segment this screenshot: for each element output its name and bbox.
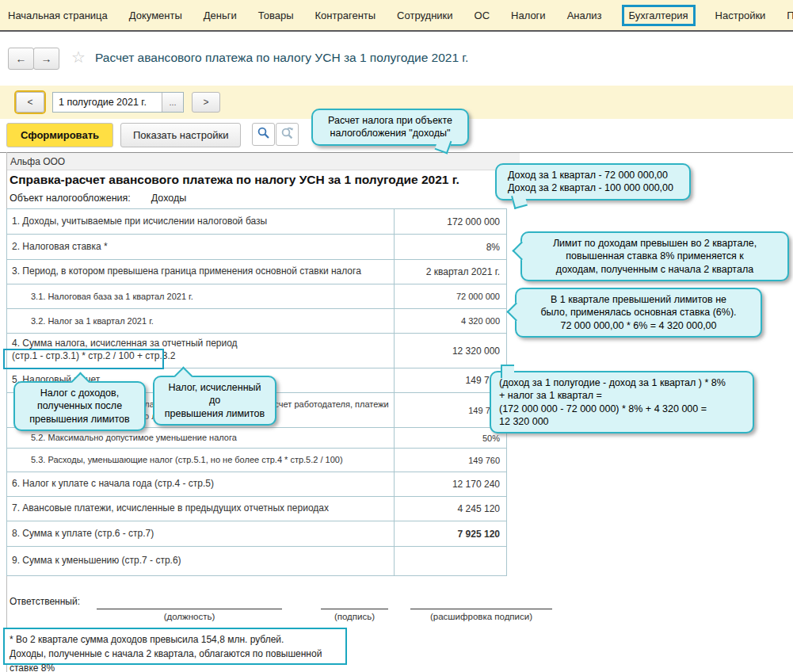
- callout-limit-exceeded: Лимит по доходам превышен во 2 квартале,…: [520, 231, 789, 281]
- taxation-object-line: Объект налогообложения:Доходы: [10, 193, 186, 204]
- callout-tail: [501, 365, 514, 378]
- row-label: 2. Налоговая ставка *: [7, 235, 395, 259]
- callout-income-quarters: Доход за 1 квартал - 72 000 000,00 Доход…: [495, 163, 691, 200]
- callout-calc-formula: (доход за 1 полугодие - доход за 1 кварт…: [490, 371, 754, 433]
- callout-tax-after-limits: Налог с доходов, полученных после превыш…: [13, 381, 146, 431]
- next-period-button[interactable]: >: [192, 92, 220, 113]
- forward-arrow-icon: →: [41, 52, 52, 65]
- responsible-label: Ответственный:: [10, 596, 80, 607]
- menu-item-counterparties[interactable]: Контрагенты: [315, 10, 376, 21]
- row-value: 50%: [395, 428, 506, 448]
- taxation-object-label: Объект налогообложения:: [10, 193, 131, 204]
- menu-item-money[interactable]: Деньги: [204, 10, 237, 21]
- signature-line-position: [97, 609, 282, 609]
- row-label: 6. Налог к уплате с начала года (стр.4 -…: [7, 472, 395, 496]
- menu-item-goods[interactable]: Товары: [258, 10, 294, 21]
- forward-button[interactable]: →: [33, 48, 59, 70]
- row-value: 8%: [395, 235, 506, 259]
- search-icon: [257, 126, 270, 143]
- table-row: 8. Сумма к уплате (стр.6 - стр.7) 7 925 …: [7, 521, 506, 547]
- main-menu: Начальная страница Документы Деньги Това…: [0, 0, 793, 32]
- row-value: 4 320 000: [395, 309, 506, 333]
- footnote-highlight-box: * Во 2 квартале сумма доходов превысила …: [3, 628, 347, 665]
- table-row: 3.2. Налог за 1 квартал 2021 г. 4 320 00…: [7, 309, 506, 334]
- table-row: 2. Налоговая ставка * 8%: [7, 235, 506, 260]
- search-next-button: [276, 123, 299, 146]
- favorite-star-icon[interactable]: ☆: [71, 48, 86, 67]
- signature-line-signature: [321, 609, 388, 609]
- row-label: 3.2. Налог за 1 квартал 2021 г.: [7, 309, 395, 333]
- table-row: 6. Налог к уплате с начала года (стр.4 -…: [7, 472, 506, 497]
- callout-tail: [512, 241, 531, 260]
- row-value: 172 000 000: [395, 209, 506, 234]
- callout-tail: [506, 302, 525, 321]
- taxation-object-value: Доходы: [151, 193, 186, 204]
- menu-item-os[interactable]: ОС: [475, 10, 490, 21]
- formula-highlight-box: [3, 349, 164, 369]
- signature-caption-signature: (подпись): [321, 612, 388, 621]
- row-label: 5.3. Расходы, уменьшающие налог (стр.5.1…: [7, 449, 395, 472]
- report-title: Справка-расчет авансового платежа по нал…: [10, 173, 459, 187]
- table-row: 3.1. Налоговая база за 1 квартал 2021 г.…: [7, 284, 506, 309]
- callout-text: Лимит по доходам превышен во 2 квартале,…: [530, 237, 780, 276]
- table-row: 9. Сумма к уменьшению (стр.7 - стр.6): [7, 547, 506, 576]
- table-row: 1. Доходы, учитываемые при исчислении на…: [7, 209, 506, 235]
- callout-text: Налог, исчисленный до превышения лимитов: [162, 381, 267, 420]
- menu-item-documents[interactable]: Документы: [129, 10, 182, 21]
- previous-period-button[interactable]: <: [16, 92, 44, 113]
- callout-text: Доход за 1 квартал - 72 000 000,00 Доход…: [508, 169, 681, 195]
- callout-object-hint: Расчет налога при объекте налогобложения…: [311, 109, 469, 146]
- row-label: 8. Сумма к уплате (стр.6 - стр.7): [7, 521, 395, 546]
- row-label: 9. Сумма к уменьшению (стр.7 - стр.6): [7, 547, 395, 575]
- row-value: 12 170 240: [395, 472, 506, 496]
- row-value: 4 245 120: [395, 497, 506, 521]
- row-value: 72 000 000: [395, 284, 506, 308]
- menu-item-analysis[interactable]: Анализ: [567, 10, 602, 21]
- callout-tax-before-limits: Налог, исчисленный до превышения лимитов: [153, 376, 276, 426]
- menu-item-help[interactable]: Помощь: [787, 10, 793, 21]
- page-title: Расчет авансового платежа по налогу УСН …: [95, 51, 468, 65]
- menu-item-accounting-highlighted[interactable]: Бухгалтерия: [622, 5, 696, 26]
- row-label: 1. Доходы, учитываемые при исчислении на…: [7, 209, 395, 234]
- menu-item-taxes[interactable]: Налоги: [511, 10, 546, 21]
- generate-button[interactable]: Сформировать: [6, 123, 113, 147]
- menu-item-employees[interactable]: Сотрудники: [397, 10, 452, 21]
- row-value: 12 320 000: [395, 334, 506, 368]
- callout-tail: [511, 193, 528, 209]
- search-button[interactable]: [252, 123, 275, 146]
- row-label: 3. Период, в котором превышена граница п…: [7, 260, 395, 284]
- period-value: 1 полугодие 2021 г.: [53, 97, 162, 108]
- table-row: 5.3. Расходы, уменьшающие налог (стр.5.1…: [7, 449, 506, 472]
- menu-item-home[interactable]: Начальная страница: [8, 10, 108, 21]
- period-picker-button[interactable]: ...: [162, 93, 183, 112]
- table-row: 5.2. Максимально допустимое уменьшение н…: [7, 428, 506, 449]
- callout-text: (доход за 1 полугодие - доход за 1 кварт…: [499, 376, 745, 428]
- row-value: 7 925 120: [395, 521, 506, 546]
- signature-caption-transcript: (расшифровка подписи): [410, 612, 552, 621]
- callout-q1-no-excess: В 1 квартале превышений лимитов не было,…: [515, 288, 762, 338]
- show-settings-button[interactable]: Показать настройки: [120, 123, 241, 147]
- back-button[interactable]: ←: [8, 48, 34, 70]
- callout-text: Налог с доходов, полученных после превыш…: [23, 387, 136, 426]
- row-value: [395, 547, 506, 575]
- table-row: 7. Авансовые платежи, исчисленные в пред…: [7, 497, 506, 521]
- back-arrow-icon: ←: [16, 52, 27, 65]
- search-next-icon: [280, 126, 294, 143]
- signature-line-transcript: [410, 609, 552, 609]
- row-label: 3.1. Налоговая база за 1 квартал 2021 г.: [7, 284, 395, 308]
- row-label: 7. Авансовые платежи, исчисленные в пред…: [7, 497, 395, 521]
- row-label: 5.2. Максимально допустимое уменьшение н…: [7, 428, 395, 448]
- table-row: 3. Период, в котором превышена граница п…: [7, 260, 506, 284]
- menu-item-settings[interactable]: Настройки: [715, 10, 766, 21]
- company-name: Альфа ООО: [7, 153, 520, 170]
- signature-caption-position: (должность): [97, 612, 282, 621]
- callout-text: В 1 квартале превышений лимитов не было,…: [524, 293, 753, 332]
- row-value: 149 760: [395, 449, 506, 472]
- period-input[interactable]: 1 полугодие 2021 г. ...: [52, 92, 184, 113]
- row-value: 2 квартал 2021 г.: [395, 260, 506, 284]
